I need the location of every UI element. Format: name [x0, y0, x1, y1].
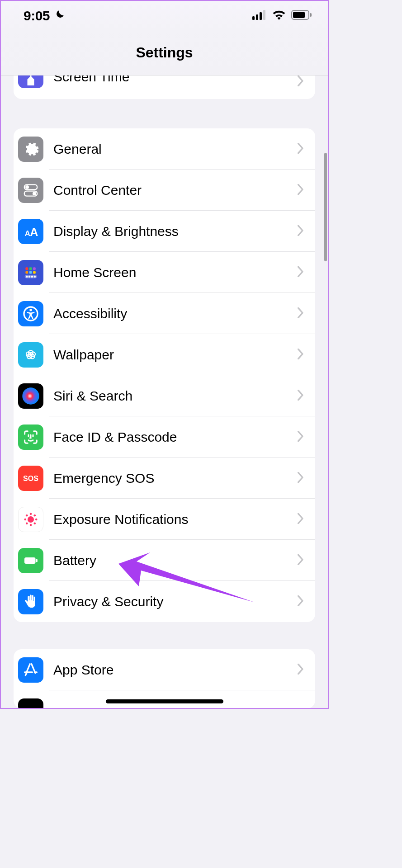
- wallpaper-icon: [18, 342, 43, 368]
- settings-row-wallpaper[interactable]: Wallpaper: [14, 334, 315, 375]
- chevron-right-icon: [297, 513, 304, 526]
- svg-rect-1: [256, 14, 258, 20]
- svg-point-43: [26, 522, 28, 524]
- svg-rect-20: [26, 275, 28, 277]
- settings-group-main: General Control Center AA Display & Brig…: [14, 128, 315, 622]
- svg-point-42: [33, 514, 36, 516]
- screen-time-icon: [18, 75, 43, 88]
- chevron-right-icon: [297, 225, 304, 238]
- settings-row-exposure-notifications[interactable]: Exposure Notifications: [14, 499, 315, 540]
- battery-icon: [18, 548, 43, 573]
- accessibility-icon: [18, 301, 43, 326]
- chevron-right-icon: [297, 307, 304, 320]
- chevron-right-icon: [297, 664, 304, 676]
- svg-rect-6: [310, 13, 312, 17]
- settings-row-general[interactable]: General: [14, 128, 315, 170]
- row-label: Exposure Notifications: [53, 512, 297, 527]
- settings-row-accessibility[interactable]: Accessibility: [14, 293, 315, 334]
- row-label: Home Screen: [53, 265, 297, 280]
- wallet-icon: [18, 698, 43, 708]
- svg-rect-16: [25, 271, 28, 274]
- svg-rect-45: [24, 557, 36, 564]
- svg-point-39: [24, 518, 26, 520]
- settings-group-prev: Screen Time: [14, 75, 315, 99]
- chevron-right-icon: [297, 431, 304, 443]
- wifi-icon: [272, 10, 286, 22]
- row-label: Wallpaper: [53, 347, 297, 363]
- chevron-right-icon: [297, 595, 304, 608]
- svg-rect-22: [31, 275, 33, 277]
- svg-point-8: [25, 185, 29, 189]
- svg-point-36: [28, 516, 34, 523]
- row-label: Emergency SOS: [53, 471, 297, 486]
- battery-icon-status: [291, 10, 312, 22]
- status-bar: 9:05: [1, 1, 328, 30]
- chevron-right-icon: [297, 184, 304, 197]
- svg-rect-18: [33, 271, 36, 274]
- siri-icon: [18, 383, 43, 409]
- exposure-icon: [18, 507, 43, 532]
- status-time: 9:05: [24, 8, 50, 24]
- chevron-right-icon: [297, 349, 304, 361]
- settings-row-control-center[interactable]: Control Center: [14, 170, 315, 211]
- chevron-right-icon: [297, 472, 304, 485]
- row-label: Privacy & Security: [53, 594, 297, 609]
- svg-text:A: A: [30, 226, 38, 238]
- header: Settings: [1, 30, 328, 75]
- cellular-signal-icon: [252, 10, 267, 22]
- svg-line-51: [25, 673, 27, 675]
- svg-rect-13: [25, 267, 28, 270]
- chevron-right-icon: [297, 390, 304, 402]
- svg-rect-14: [29, 267, 32, 270]
- svg-rect-5: [293, 12, 305, 18]
- text-size-icon: AA: [18, 219, 43, 244]
- svg-point-38: [30, 524, 32, 526]
- svg-rect-23: [34, 275, 36, 277]
- svg-rect-2: [260, 12, 262, 20]
- gear-icon: [18, 137, 43, 162]
- settings-row-siri-search[interactable]: Siri & Search: [14, 375, 315, 416]
- page-title: Settings: [136, 44, 193, 61]
- svg-point-32: [22, 387, 39, 404]
- hand-icon: [18, 589, 43, 614]
- settings-row-privacy-security[interactable]: Privacy & Security: [14, 581, 315, 622]
- chevron-right-icon: [297, 554, 304, 567]
- chevron-right-icon: [297, 266, 304, 279]
- svg-point-10: [33, 192, 36, 195]
- svg-text:A: A: [25, 229, 30, 238]
- sos-icon: SOS: [18, 466, 43, 491]
- svg-rect-21: [28, 275, 30, 277]
- row-label: Battery: [53, 553, 297, 568]
- settings-row-battery[interactable]: Battery: [14, 540, 315, 581]
- home-screen-icon: [18, 260, 43, 285]
- row-label: General: [53, 142, 297, 157]
- settings-row-home-screen[interactable]: Home Screen: [14, 252, 315, 293]
- home-indicator[interactable]: [106, 699, 223, 703]
- svg-rect-3: [263, 10, 265, 20]
- switches-icon: [18, 178, 43, 203]
- row-label: Display & Brightness: [53, 224, 297, 239]
- row-label: Accessibility: [53, 306, 297, 321]
- svg-point-37: [30, 513, 32, 515]
- settings-row-app-store[interactable]: App Store: [14, 649, 315, 690]
- svg-point-40: [35, 518, 38, 520]
- svg-point-44: [33, 522, 36, 524]
- settings-row-screen-time[interactable]: Screen Time: [14, 75, 315, 99]
- row-label: Face ID & Passcode: [53, 429, 297, 445]
- appstore-icon: [18, 657, 43, 683]
- svg-point-41: [26, 514, 28, 516]
- row-label: Control Center: [53, 183, 297, 198]
- scrollbar[interactable]: [324, 153, 327, 261]
- svg-rect-15: [33, 267, 36, 270]
- svg-rect-17: [29, 271, 32, 274]
- face-id-icon: [18, 425, 43, 450]
- svg-text:SOS: SOS: [23, 475, 38, 482]
- row-label: Siri & Search: [53, 388, 297, 404]
- svg-rect-46: [36, 559, 38, 562]
- settings-row-face-id-passcode[interactable]: Face ID & Passcode: [14, 416, 315, 458]
- do-not-disturb-icon: [53, 9, 65, 23]
- settings-row-emergency-sos[interactable]: SOS Emergency SOS: [14, 458, 315, 499]
- svg-point-25: [29, 309, 32, 311]
- settings-row-display-brightness[interactable]: AA Display & Brightness: [14, 211, 315, 252]
- row-label: App Store: [53, 662, 297, 678]
